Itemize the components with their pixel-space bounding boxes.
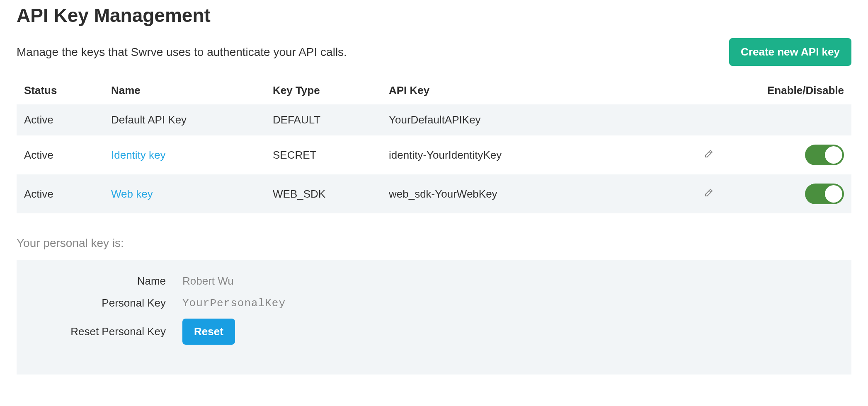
- apikey-cell: identity-YourIdentityKey: [381, 135, 647, 174]
- table-row: Active Default API Key DEFAULT YourDefau…: [17, 104, 851, 135]
- edit-icon[interactable]: [704, 188, 714, 198]
- enable-toggle[interactable]: [805, 184, 844, 204]
- edit-cell: [647, 104, 721, 135]
- apikey-cell: YourDefaultAPIKey: [381, 104, 647, 135]
- personal-name-label: Name: [33, 275, 182, 288]
- keytype-cell: SECRET: [265, 135, 381, 174]
- keytype-cell: DEFAULT: [265, 104, 381, 135]
- personal-reset-row: Reset Personal Key Reset: [33, 319, 835, 345]
- col-header-toggle: Enable/Disable: [721, 78, 851, 104]
- subtitle-row: Manage the keys that Swrve uses to authe…: [17, 38, 851, 66]
- status-cell: Active: [17, 135, 104, 174]
- personal-reset-value: Reset: [182, 319, 235, 345]
- toggle-cell: [721, 104, 851, 135]
- col-header-edit: [647, 78, 721, 104]
- table-header-row: Status Name Key Type API Key Enable/Disa…: [17, 78, 851, 104]
- api-key-management-page: API Key Management Manage the keys that …: [0, 0, 868, 391]
- key-name-link[interactable]: Web key: [111, 188, 153, 200]
- toggle-cell: [721, 135, 851, 174]
- keytype-cell: WEB_SDK: [265, 174, 381, 213]
- apikey-cell: web_sdk-YourWebKey: [381, 174, 647, 213]
- personal-key-row: Personal Key YourPersonalKey: [33, 297, 835, 309]
- personal-key-panel: Name Robert Wu Personal Key YourPersonal…: [17, 260, 851, 375]
- name-cell: Web key: [104, 174, 265, 213]
- status-cell: Active: [17, 104, 104, 135]
- enable-toggle[interactable]: [805, 145, 844, 165]
- col-header-apikey: API Key: [381, 78, 647, 104]
- edit-cell: [647, 135, 721, 174]
- table-row: Active Identity key SECRET identity-Your…: [17, 135, 851, 174]
- col-header-name: Name: [104, 78, 265, 104]
- status-cell: Active: [17, 174, 104, 213]
- table-row: Active Web key WEB_SDK web_sdk-YourWebKe…: [17, 174, 851, 213]
- page-title: API Key Management: [17, 4, 851, 27]
- col-header-keytype: Key Type: [265, 78, 381, 104]
- api-keys-table: Status Name Key Type API Key Enable/Disa…: [17, 78, 851, 213]
- col-header-status: Status: [17, 78, 104, 104]
- name-cell: Default API Key: [104, 104, 265, 135]
- key-name-link[interactable]: Identity key: [111, 149, 166, 161]
- personal-name-row: Name Robert Wu: [33, 275, 835, 288]
- edit-icon[interactable]: [704, 149, 714, 159]
- edit-cell: [647, 174, 721, 213]
- personal-name-value: Robert Wu: [182, 275, 234, 288]
- personal-key-value: YourPersonalKey: [182, 297, 286, 309]
- toggle-cell: [721, 174, 851, 213]
- create-api-key-button[interactable]: Create new API key: [729, 38, 851, 66]
- personal-key-label: Personal Key: [33, 297, 182, 309]
- name-cell: Identity key: [104, 135, 265, 174]
- reset-personal-key-button[interactable]: Reset: [182, 319, 235, 345]
- personal-key-heading: Your personal key is:: [17, 237, 851, 250]
- personal-reset-label: Reset Personal Key: [33, 325, 182, 338]
- page-subtitle: Manage the keys that Swrve uses to authe…: [17, 46, 347, 59]
